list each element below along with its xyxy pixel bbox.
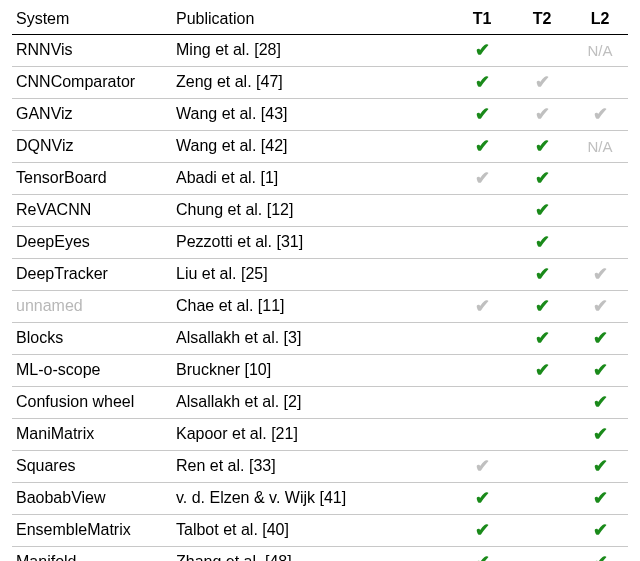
check-icon: ✔ <box>475 104 490 124</box>
check-icon: ✔ <box>535 264 550 284</box>
check-icon: ✔ <box>535 72 550 92</box>
symbol-cell: N/A <box>572 131 628 163</box>
table-container: System Publication T1 T2 L2 RNNVisMing e… <box>0 0 640 561</box>
symbol-cell: ✔ <box>512 259 572 291</box>
publication-cell: Ren et al. [33] <box>172 451 452 483</box>
symbol-cell <box>452 323 512 355</box>
symbol-cell: ✔ <box>512 323 572 355</box>
system-cell: BaobabView <box>12 483 172 515</box>
publication-cell: Chae et al. [11] <box>172 291 452 323</box>
publication-cell: Liu et al. [25] <box>172 259 452 291</box>
check-icon: ✔ <box>535 200 550 220</box>
check-icon: ✔ <box>535 296 550 316</box>
system-cell: EnsembleMatrix <box>12 515 172 547</box>
symbol-cell: ✔ <box>452 483 512 515</box>
check-icon: ✔ <box>475 488 490 508</box>
check-icon: ✔ <box>593 104 608 124</box>
symbol-cell <box>572 227 628 259</box>
symbol-cell: ✔ <box>452 99 512 131</box>
symbol-cell: ✔ <box>572 99 628 131</box>
header-t1: T1 <box>452 6 512 35</box>
symbol-cell: ✔ <box>572 515 628 547</box>
publication-cell: Alsallakh et al. [3] <box>172 323 452 355</box>
header-l2: L2 <box>572 6 628 35</box>
publication-cell: Talbot et al. [40] <box>172 515 452 547</box>
table-row: GANVizWang et al. [43]✔✔✔ <box>12 99 628 131</box>
systems-table: System Publication T1 T2 L2 RNNVisMing e… <box>12 6 628 561</box>
header-row: System Publication T1 T2 L2 <box>12 6 628 35</box>
symbol-cell <box>512 387 572 419</box>
check-icon: ✔ <box>593 328 608 348</box>
symbol-cell <box>572 195 628 227</box>
check-icon: ✔ <box>593 488 608 508</box>
symbol-cell <box>572 67 628 99</box>
system-cell: ManiMatrix <box>12 419 172 451</box>
publication-cell: Kapoor et al. [21] <box>172 419 452 451</box>
publication-cell: Zeng et al. [47] <box>172 67 452 99</box>
publication-cell: Bruckner [10] <box>172 355 452 387</box>
symbol-cell: ✔ <box>572 451 628 483</box>
symbol-cell: ✔ <box>512 131 572 163</box>
symbol-cell: ✔ <box>512 355 572 387</box>
symbol-cell <box>512 451 572 483</box>
publication-cell: Pezzotti et al. [31] <box>172 227 452 259</box>
table-row: EnsembleMatrixTalbot et al. [40]✔✔ <box>12 515 628 547</box>
publication-cell: Abadi et al. [1] <box>172 163 452 195</box>
header-publication: Publication <box>172 6 452 35</box>
table-row: DQNVizWang et al. [42]✔✔N/A <box>12 131 628 163</box>
table-row: ReVACNNChung et al. [12]✔ <box>12 195 628 227</box>
symbol-cell: ✔ <box>452 131 512 163</box>
symbol-cell: ✔ <box>452 291 512 323</box>
system-cell: CNNComparator <box>12 67 172 99</box>
symbol-cell <box>452 259 512 291</box>
check-icon: ✔ <box>593 296 608 316</box>
symbol-cell <box>452 227 512 259</box>
symbol-cell <box>512 419 572 451</box>
na-text: N/A <box>587 138 612 155</box>
system-cell: GANViz <box>12 99 172 131</box>
table-row: SquaresRen et al. [33]✔✔ <box>12 451 628 483</box>
symbol-cell <box>452 355 512 387</box>
header-t2: T2 <box>512 6 572 35</box>
check-icon: ✔ <box>475 168 490 188</box>
table-row: DeepTrackerLiu et al. [25]✔✔ <box>12 259 628 291</box>
symbol-cell: ✔ <box>452 451 512 483</box>
table-row: unnamedChae et al. [11]✔✔✔ <box>12 291 628 323</box>
symbol-cell: ✔ <box>512 291 572 323</box>
symbol-cell <box>512 483 572 515</box>
table-row: Confusion wheelAlsallakh et al. [2]✔ <box>12 387 628 419</box>
symbol-cell <box>452 387 512 419</box>
symbol-cell <box>512 35 572 67</box>
table-row: ManiMatrixKapoor et al. [21]✔ <box>12 419 628 451</box>
table-row: ManifoldZhang et al. [48]✔✔ <box>12 547 628 562</box>
system-cell: DeepEyes <box>12 227 172 259</box>
symbol-cell: ✔ <box>452 547 512 562</box>
check-icon: ✔ <box>593 552 608 561</box>
check-icon: ✔ <box>535 136 550 156</box>
check-icon: ✔ <box>535 232 550 252</box>
system-cell: RNNVis <box>12 35 172 67</box>
check-icon: ✔ <box>535 104 550 124</box>
check-icon: ✔ <box>535 360 550 380</box>
table-row: DeepEyesPezzotti et al. [31]✔ <box>12 227 628 259</box>
check-icon: ✔ <box>475 296 490 316</box>
check-icon: ✔ <box>475 520 490 540</box>
symbol-cell: ✔ <box>512 99 572 131</box>
check-icon: ✔ <box>475 136 490 156</box>
publication-cell: Ming et al. [28] <box>172 35 452 67</box>
check-icon: ✔ <box>475 456 490 476</box>
check-icon: ✔ <box>475 40 490 60</box>
system-cell: ReVACNN <box>12 195 172 227</box>
symbol-cell <box>512 515 572 547</box>
table-row: BlocksAlsallakh et al. [3]✔✔ <box>12 323 628 355</box>
publication-cell: Zhang et al. [48] <box>172 547 452 562</box>
table-row: RNNVisMing et al. [28]✔N/A <box>12 35 628 67</box>
symbol-cell: ✔ <box>572 291 628 323</box>
system-cell: DQNViz <box>12 131 172 163</box>
symbol-cell: ✔ <box>512 67 572 99</box>
symbol-cell: ✔ <box>572 387 628 419</box>
symbol-cell: N/A <box>572 35 628 67</box>
publication-cell: Chung et al. [12] <box>172 195 452 227</box>
symbol-cell: ✔ <box>452 35 512 67</box>
symbol-cell: ✔ <box>572 419 628 451</box>
